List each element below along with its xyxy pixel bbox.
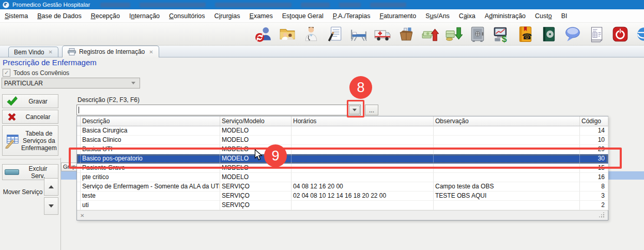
hospital-bed-icon[interactable] bbox=[348, 24, 369, 44]
power-icon[interactable] bbox=[610, 24, 630, 44]
svg-text:☎: ☎ bbox=[522, 32, 532, 40]
expense-down-icon[interactable] bbox=[443, 24, 464, 44]
text-caret bbox=[79, 107, 79, 113]
tab-strip: Bem Vindo ✕ Registros de Internação ✕ bbox=[0, 46, 644, 57]
grid-cell bbox=[77, 173, 81, 182]
grid-cell: MODELO bbox=[220, 136, 292, 145]
redacted-text bbox=[100, 3, 406, 7]
grid-header-observa-o[interactable]: Observação bbox=[434, 116, 580, 126]
supplies-icon[interactable] bbox=[396, 24, 416, 44]
close-icon[interactable]: ✕ bbox=[149, 49, 153, 55]
gravar-button[interactable]: Gravar bbox=[2, 94, 58, 108]
grid-header-c-digo[interactable]: Código bbox=[580, 116, 608, 126]
button-label: Tabela de Serviços da Enfermagem bbox=[21, 130, 60, 152]
menu-item-interna-o[interactable]: Internação bbox=[125, 12, 164, 20]
annotation-badge-8: 8 bbox=[349, 76, 372, 99]
tab-bem-vindo[interactable]: Bem Vindo ✕ bbox=[8, 47, 58, 57]
descricao-combobox[interactable] bbox=[76, 105, 361, 115]
grid-cell: 8 bbox=[580, 182, 608, 192]
table-row[interactable]: Basica ClinicoMODELO10 bbox=[77, 136, 608, 145]
cancelar-button[interactable]: Cancelar bbox=[2, 110, 58, 124]
menu-item-faturamento[interactable]: Faturamento bbox=[375, 12, 421, 20]
clear-icon[interactable]: ✕ bbox=[80, 213, 84, 218]
menu-item-recep-o[interactable]: Recepção bbox=[86, 12, 125, 20]
grid-cell: pte critico bbox=[81, 173, 220, 182]
grid-cell bbox=[292, 201, 434, 210]
table-icon bbox=[3, 133, 21, 149]
menu-item-caixa[interactable]: Caixa bbox=[454, 12, 480, 20]
table-row[interactable]: testeSERVIÇO02 04 08 10 12 14 16 18 20 2… bbox=[77, 192, 608, 201]
grid-cell bbox=[77, 192, 81, 201]
phonebook-icon[interactable]: ☎ bbox=[515, 24, 535, 44]
grid-header-indicator[interactable] bbox=[77, 116, 81, 126]
table-row[interactable]: pte criticoMODELO16 bbox=[77, 173, 608, 182]
menu-item-p-a-terapias[interactable]: P.A./Terapias bbox=[328, 12, 375, 20]
chat-icon[interactable] bbox=[562, 24, 582, 44]
lookup-more-button[interactable]: ... bbox=[365, 105, 378, 115]
menu-item-sistema[interactable]: Sistema bbox=[0, 12, 33, 20]
revenue-up-icon[interactable] bbox=[420, 24, 440, 44]
table-row[interactable]: utiSERVIÇO2 bbox=[77, 201, 608, 210]
manual-icon[interactable] bbox=[539, 24, 559, 44]
grid-header-hor-rios[interactable]: Horários bbox=[292, 116, 434, 126]
move-down-button[interactable] bbox=[44, 197, 58, 215]
menu-item-cirurgias[interactable]: Cirurgias bbox=[210, 12, 245, 20]
grid-cell: teste bbox=[81, 192, 220, 201]
menu-bar: SistemaBase de DadosRecepçãoInternaçãoCo… bbox=[0, 9, 644, 23]
grid-cell: MODELO bbox=[220, 126, 292, 136]
prescription-icon[interactable] bbox=[325, 24, 345, 44]
button-label: Cancelar bbox=[21, 113, 58, 121]
tabela-servicos-button[interactable]: Tabela de Serviços da Enfermagem bbox=[2, 125, 58, 156]
doctor-icon[interactable] bbox=[301, 24, 321, 44]
grid-cell: SERVIÇO bbox=[220, 201, 292, 210]
grid-cell: 04 08 12 16 20 00 bbox=[292, 182, 434, 192]
menu-item-exames[interactable]: Exames bbox=[245, 12, 278, 20]
tab-label: Registros de Internação bbox=[79, 48, 145, 55]
grid-cell bbox=[434, 136, 580, 145]
grid-cell: 02 04 08 10 12 14 16 18 20 22 00 bbox=[292, 192, 434, 201]
x-icon bbox=[3, 112, 21, 122]
table-row[interactable]: Basica CirurgicaMODELO14 bbox=[77, 126, 608, 136]
grid-cell: SERVIÇO bbox=[220, 192, 292, 201]
menu-item-estoque-geral[interactable]: Estoque Geral bbox=[278, 12, 328, 20]
menu-item-custo[interactable]: Custo bbox=[530, 12, 557, 20]
button-label: Gravar bbox=[21, 98, 58, 105]
grid-header-servi-o-modelo[interactable]: Serviço/Modelo bbox=[220, 116, 292, 126]
menu-item-consult-rios[interactable]: Consultórios bbox=[164, 12, 209, 20]
titlebar: Promedico Gestão Hospitalar bbox=[0, 0, 644, 9]
menu-item-administra-o[interactable]: Administração bbox=[480, 12, 530, 20]
grid-cell bbox=[77, 182, 81, 192]
grid-header-descri-o[interactable]: Descrição bbox=[81, 116, 220, 126]
down-arrow-icon bbox=[49, 204, 54, 208]
grid-cell: 10 bbox=[580, 136, 608, 145]
menu-item-sus-ans[interactable]: Sus/Ans bbox=[421, 12, 454, 20]
menu-item-base-de-dados[interactable]: Base de Dados bbox=[33, 12, 86, 20]
invoice-icon[interactable] bbox=[586, 24, 606, 44]
app-logo-icon bbox=[3, 2, 9, 8]
browser-icon[interactable] bbox=[634, 24, 644, 44]
mover-servico-label: Mover Serviço bbox=[2, 188, 43, 196]
mouse-cursor bbox=[254, 149, 263, 164]
annotation-badge-9: 9 bbox=[264, 144, 287, 167]
grid-cell bbox=[434, 126, 580, 136]
grid-cell: uti bbox=[81, 201, 220, 210]
ambulance-icon[interactable] bbox=[372, 24, 392, 44]
dropdown-arrow-icon bbox=[131, 82, 135, 84]
todos-convenios-checkbox[interactable]: ✓ Todos os Convênios bbox=[3, 69, 69, 77]
patients-folder-icon[interactable] bbox=[277, 24, 297, 44]
grid-cell: 16 bbox=[580, 173, 608, 182]
convenio-select[interactable]: PARTICULAR bbox=[2, 78, 140, 89]
table-row[interactable]: Serviço de Enfermagem - Somente da ALA d… bbox=[77, 182, 608, 192]
move-up-button[interactable] bbox=[44, 178, 58, 196]
grid-cell bbox=[292, 126, 434, 136]
sync-user-icon[interactable] bbox=[253, 24, 273, 44]
window-title: Promedico Gestão Hospitalar bbox=[12, 2, 90, 8]
resize-grip-icon[interactable] bbox=[600, 213, 605, 218]
panel-divider-vertical bbox=[60, 158, 61, 250]
finance-chart-icon[interactable]: $ bbox=[491, 24, 511, 44]
tab-registros-internacao[interactable]: Registros de Internação ✕ bbox=[62, 46, 159, 57]
grid-cell bbox=[434, 173, 580, 182]
menu-item-bi[interactable]: BI bbox=[557, 12, 572, 20]
close-icon[interactable]: ✕ bbox=[48, 49, 52, 55]
safe-icon[interactable] bbox=[467, 24, 487, 44]
